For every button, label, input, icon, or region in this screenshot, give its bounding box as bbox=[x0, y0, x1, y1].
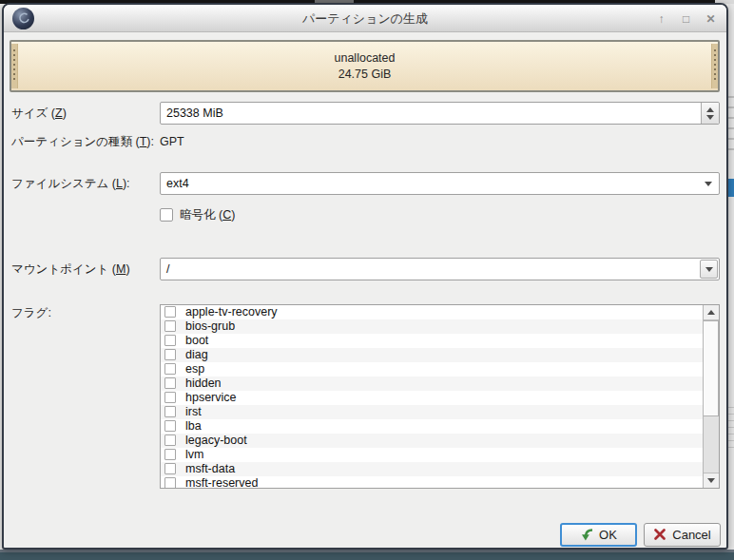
flag-checkbox[interactable] bbox=[164, 477, 176, 489]
flag-checkbox[interactable] bbox=[164, 335, 176, 346]
flag-checkbox[interactable] bbox=[164, 434, 176, 446]
spin-up-icon[interactable] bbox=[706, 107, 714, 112]
screen: パーティションの生成 ↑ □ ✕ unallocated 24.75 GiB サ… bbox=[0, 0, 734, 560]
flag-label: diag bbox=[185, 348, 208, 361]
scrollbar-down-icon bbox=[707, 478, 715, 483]
flag-label: lvm bbox=[185, 448, 203, 461]
background-window-sliver bbox=[728, 4, 734, 550]
shade-icon[interactable]: ↑ bbox=[653, 10, 669, 27]
flag-checkbox[interactable] bbox=[164, 406, 176, 417]
flag-list-item[interactable]: esp bbox=[161, 362, 703, 377]
flag-list-item[interactable]: boot bbox=[161, 334, 703, 348]
close-icon[interactable]: ✕ bbox=[703, 10, 719, 27]
flag-list-item[interactable]: irst bbox=[161, 405, 703, 419]
partition-size: 24.75 GiB bbox=[11, 67, 718, 83]
partition-type-label: パーティションの種類 (T): bbox=[11, 133, 154, 150]
flag-list-item[interactable]: msft-reserved bbox=[161, 476, 703, 489]
ok-button-label: OK bbox=[599, 528, 617, 542]
cancel-button[interactable]: Cancel bbox=[644, 523, 721, 547]
background-selection-fragment bbox=[728, 179, 734, 197]
flag-label: hpservice bbox=[185, 391, 237, 404]
mount-point-label: マウントポイント (M) bbox=[11, 258, 130, 280]
flag-checkbox[interactable] bbox=[164, 377, 176, 389]
flag-label: esp bbox=[185, 362, 204, 376]
flag-label: legacy-boot bbox=[185, 434, 247, 447]
background-bottom-strip bbox=[0, 550, 734, 560]
flags-list[interactable]: apple-tv-recovery bios-grub boot bbox=[160, 304, 720, 489]
mount-point-combobox[interactable]: / bbox=[160, 258, 720, 280]
flag-list-item[interactable]: bios-grub bbox=[161, 319, 703, 334]
flag-label: msft-data bbox=[185, 462, 235, 475]
flag-label: lba bbox=[185, 419, 202, 433]
window-title: パーティションの生成 bbox=[118, 5, 612, 32]
debian-logo-icon bbox=[12, 8, 34, 29]
flag-list-item[interactable]: apple-tv-recovery bbox=[161, 305, 703, 319]
encrypt-row[interactable]: 暗号化 (C) bbox=[160, 207, 235, 222]
scrollbar-down-button[interactable] bbox=[704, 473, 719, 488]
mount-point-value: / bbox=[166, 262, 169, 276]
scrollbar-thumb[interactable] bbox=[704, 320, 719, 416]
dropdown-arrow-icon bbox=[705, 267, 713, 272]
flags-label: フラグ: bbox=[11, 305, 51, 320]
size-spinbox[interactable]: 25338 MiB bbox=[160, 102, 720, 125]
background-fragment bbox=[728, 401, 734, 451]
spin-buttons[interactable] bbox=[701, 103, 719, 124]
flag-checkbox[interactable] bbox=[164, 306, 176, 318]
dropdown-arrow-icon bbox=[705, 182, 712, 186]
flag-checkbox[interactable] bbox=[164, 349, 176, 360]
flag-checkbox[interactable] bbox=[164, 420, 176, 432]
flag-checkbox[interactable] bbox=[164, 392, 176, 403]
titlebar[interactable]: パーティションの生成 ↑ □ ✕ bbox=[4, 5, 726, 32]
flag-label: msft-reserved bbox=[185, 476, 258, 489]
flag-list-item[interactable]: diag bbox=[161, 348, 703, 362]
flags-rows: apple-tv-recovery bios-grub boot bbox=[161, 305, 719, 489]
flag-checkbox[interactable] bbox=[164, 363, 176, 375]
scrollbar-up-icon bbox=[707, 310, 715, 315]
spin-down-icon[interactable] bbox=[706, 115, 714, 120]
flag-checkbox[interactable] bbox=[164, 449, 176, 460]
background-fragment bbox=[728, 87, 734, 158]
partition-preview-bar: unallocated 24.75 GiB bbox=[10, 40, 720, 92]
flag-list-item[interactable]: lba bbox=[161, 419, 703, 434]
flag-list-item[interactable]: msft-data bbox=[161, 462, 703, 476]
cancel-red-cross-icon bbox=[653, 528, 667, 542]
partition-preview-text: unallocated 24.75 GiB bbox=[11, 50, 718, 83]
flag-list-item[interactable]: hidden bbox=[161, 377, 703, 391]
ok-green-arrow-icon bbox=[580, 528, 594, 542]
filesystem-combobox[interactable]: ext4 bbox=[160, 172, 720, 195]
create-partition-dialog: パーティションの生成 ↑ □ ✕ unallocated 24.75 GiB サ… bbox=[2, 3, 728, 550]
scrollbar-up-button[interactable] bbox=[704, 305, 719, 320]
filesystem-value: ext4 bbox=[166, 177, 189, 190]
flag-checkbox[interactable] bbox=[164, 320, 176, 332]
maximize-icon[interactable]: □ bbox=[678, 10, 694, 27]
flag-list-item[interactable]: hpservice bbox=[161, 391, 703, 405]
size-label: サイズ (Z) bbox=[11, 102, 67, 125]
partition-label: unallocated bbox=[11, 50, 718, 67]
flag-label: hidden bbox=[185, 377, 222, 390]
flag-label: apple-tv-recovery bbox=[185, 305, 278, 319]
flag-label: boot bbox=[185, 334, 208, 347]
mount-point-drop-button[interactable] bbox=[700, 260, 718, 279]
filesystem-label: ファイルシステム (L): bbox=[11, 172, 130, 195]
flag-checkbox[interactable] bbox=[164, 463, 176, 474]
encrypt-checkbox[interactable] bbox=[160, 208, 173, 222]
flags-scrollbar[interactable] bbox=[703, 305, 719, 488]
flag-label: irst bbox=[185, 405, 202, 418]
ok-button[interactable]: OK bbox=[560, 523, 637, 547]
cancel-button-label: Cancel bbox=[672, 528, 710, 542]
flag-list-item[interactable]: legacy-boot bbox=[161, 434, 703, 448]
size-value: 25338 MiB bbox=[166, 106, 223, 120]
encrypt-label: 暗号化 (C) bbox=[180, 207, 235, 223]
partition-type-value: GPT bbox=[160, 133, 184, 150]
flag-list-item[interactable]: lvm bbox=[161, 448, 703, 462]
flag-label: bios-grub bbox=[185, 319, 235, 333]
window-controls: ↑ □ ✕ bbox=[653, 5, 719, 32]
